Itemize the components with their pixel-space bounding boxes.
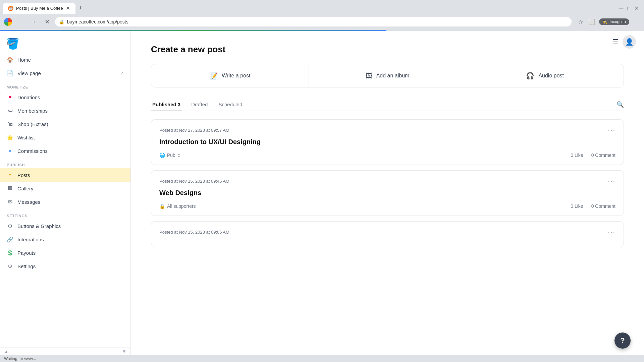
tab-published-label: Published 3: [152, 102, 180, 107]
restore-button[interactable]: □: [628, 6, 630, 11]
address-bar[interactable]: 🔒 buymeacoffee.com/app/posts: [55, 17, 572, 26]
sidebar-item-commissions-label: Commissions: [17, 148, 48, 154]
post-more-button-1[interactable]: ···: [608, 126, 615, 134]
sidebar-item-messages[interactable]: ✉ Messages: [0, 195, 130, 208]
audio-post-label: Audio post: [538, 73, 564, 79]
sidebar-scroll-up[interactable]: ▲: [4, 349, 8, 354]
new-tab-button[interactable]: +: [77, 3, 85, 14]
publish-section-label: PUBLISH: [0, 158, 130, 168]
browser-tab[interactable]: ☕ Posts | Buy Me a Coffee ✕: [3, 3, 75, 14]
audio-post-icon: 🎧: [526, 72, 534, 80]
hamburger-menu-button[interactable]: ☰: [612, 38, 619, 46]
status-bar: Waiting for www...: [0, 355, 644, 362]
sidebar-item-settings[interactable]: ⚙ Settings: [0, 259, 130, 273]
sidebar-item-messages-label: Messages: [17, 199, 40, 205]
sidebar-item-integrations-label: Integrations: [17, 237, 44, 242]
post-visibility-1: 🌐 Public: [159, 153, 180, 158]
settings-icon: ⚙: [7, 263, 13, 269]
reload-button[interactable]: ✕: [42, 16, 52, 27]
sidebar-item-gallery[interactable]: 🖼 Gallery: [0, 182, 130, 195]
add-album-icon: 🖼: [366, 72, 372, 80]
post-card-3: Posted at Nov 15, 2023 at 09:06 AM ···: [151, 221, 624, 247]
forward-button[interactable]: →: [28, 16, 39, 27]
posts-tabs: Published 3 Drafted Scheduled 🔍: [151, 98, 624, 111]
commissions-icon: ●: [7, 147, 13, 154]
tab-scheduled[interactable]: Scheduled: [217, 98, 244, 111]
tab-drafted-label: Drafted: [191, 102, 208, 107]
gallery-icon: 🖼: [7, 185, 13, 192]
post-comments-2: 0 Comment: [591, 203, 615, 209]
post-more-button-2[interactable]: ···: [608, 177, 615, 185]
sidebar-item-view-page[interactable]: 📄 View page ↗: [0, 66, 130, 80]
main-content: Create a new post 📝 Write a post 🖼 Add a…: [131, 31, 644, 355]
incognito-label: Incognito: [609, 19, 626, 24]
sidebar-item-settings-label: Settings: [17, 263, 36, 269]
sidebar-item-view-page-label: View page: [17, 70, 41, 76]
sidebar-item-posts-label: Posts: [17, 172, 30, 178]
post-date-2: Posted at Nov 15, 2023 at 09:46 AM: [159, 179, 229, 184]
write-post-label: Write a post: [222, 73, 250, 79]
incognito-icon: 🕵: [602, 19, 607, 24]
tab-title: Posts | Buy Me a Coffee: [16, 6, 63, 11]
browser-chrome: ☕ Posts | Buy Me a Coffee ✕ + ─ □ ✕ ← → …: [0, 0, 644, 31]
post-stats-2: 0 Like 0 Comment: [571, 203, 615, 209]
app-top-right: ☰ 👤: [612, 35, 636, 49]
sidebar-item-donations-label: Donations: [17, 95, 40, 100]
post-card-1: Posted at Nov 27, 2023 at 09:57 AM ··· I…: [151, 119, 624, 165]
back-button[interactable]: ←: [15, 16, 25, 27]
extension-button[interactable]: ⬜: [587, 17, 596, 26]
buttons-graphics-icon: ⚙: [7, 223, 13, 229]
sidebar-scroll-controls: ▲ ▼: [0, 347, 130, 355]
tab-favicon: ☕: [8, 6, 13, 11]
monetize-section-label: MONETIZE: [0, 80, 130, 90]
visibility-icon-2: 🔒: [159, 203, 165, 209]
memberships-icon: 🏷: [7, 107, 13, 114]
sidebar-item-buttons-graphics[interactable]: ⚙ Buttons & Graphics: [0, 219, 130, 233]
browser-tab-bar: ☕ Posts | Buy Me a Coffee ✕ + ─ □ ✕: [0, 0, 644, 14]
sidebar-item-memberships[interactable]: 🏷 Memberships: [0, 104, 130, 117]
sidebar-item-home-label: Home: [17, 57, 31, 63]
sidebar-scroll-down[interactable]: ▼: [122, 349, 126, 354]
app-container: 🪣 🏠 Home 📄 View page ↗ MONETIZE ♥ Donati…: [0, 31, 644, 355]
bookmark-button[interactable]: ☆: [577, 17, 584, 26]
tab-scheduled-label: Scheduled: [218, 102, 242, 107]
tab-close-button[interactable]: ✕: [66, 6, 70, 11]
sidebar-item-donations[interactable]: ♥ Donations: [0, 90, 130, 104]
sidebar-item-commissions[interactable]: ● Commissions: [0, 144, 130, 158]
sidebar-item-shop-label: Shop (Extras): [17, 121, 48, 127]
post-meta-1: Posted at Nov 27, 2023 at 09:57 AM ···: [159, 126, 615, 134]
sidebar-item-wishlist[interactable]: ⭐ Wishlist: [0, 131, 130, 144]
create-cards-container: 📝 Write a post 🖼 Add an album 🎧 Audio po…: [151, 64, 624, 87]
visibility-label-1: Public: [167, 153, 180, 158]
audio-post-card[interactable]: 🎧 Audio post: [466, 64, 624, 87]
post-likes-2: 0 Like: [571, 203, 583, 209]
post-likes-1: 0 Like: [571, 153, 583, 158]
write-post-card[interactable]: 📝 Write a post: [151, 64, 309, 87]
external-link-icon: ↗: [120, 71, 124, 76]
tab-published[interactable]: Published 3: [151, 98, 182, 111]
page-title: Create a new post: [151, 44, 624, 55]
visibility-label-2: All supporters: [167, 203, 196, 209]
user-avatar[interactable]: 👤: [623, 35, 636, 49]
sidebar-item-home[interactable]: 🏠 Home: [0, 53, 130, 66]
shop-icon: 🛍: [7, 121, 13, 127]
post-card-2: Posted at Nov 15, 2023 at 09:46 AM ··· W…: [151, 170, 624, 216]
sidebar-item-posts[interactable]: ≡ Posts: [0, 168, 130, 182]
close-button[interactable]: ✕: [634, 5, 639, 11]
settings-section-label: SETTINGS: [0, 208, 130, 219]
sidebar-item-integrations[interactable]: 🔗 Integrations: [0, 233, 130, 246]
search-button[interactable]: 🔍: [616, 101, 624, 108]
more-button[interactable]: ⋮: [632, 17, 640, 26]
tab-drafted[interactable]: Drafted: [190, 98, 209, 111]
help-button[interactable]: ?: [614, 333, 631, 349]
sidebar-item-shop[interactable]: 🛍 Shop (Extras): [0, 117, 130, 131]
post-more-button-3[interactable]: ···: [608, 228, 615, 236]
post-comments-1: 0 Comment: [591, 153, 615, 158]
sidebar-item-gallery-label: Gallery: [17, 186, 34, 191]
sidebar-item-payouts[interactable]: 💲 Payouts: [0, 246, 130, 259]
add-album-card[interactable]: 🖼 Add an album: [309, 64, 467, 87]
minimize-button[interactable]: ─: [619, 5, 624, 12]
messages-icon: ✉: [7, 198, 13, 205]
sidebar-item-wishlist-label: Wishlist: [17, 135, 35, 140]
post-stats-1: 0 Like 0 Comment: [571, 153, 615, 158]
